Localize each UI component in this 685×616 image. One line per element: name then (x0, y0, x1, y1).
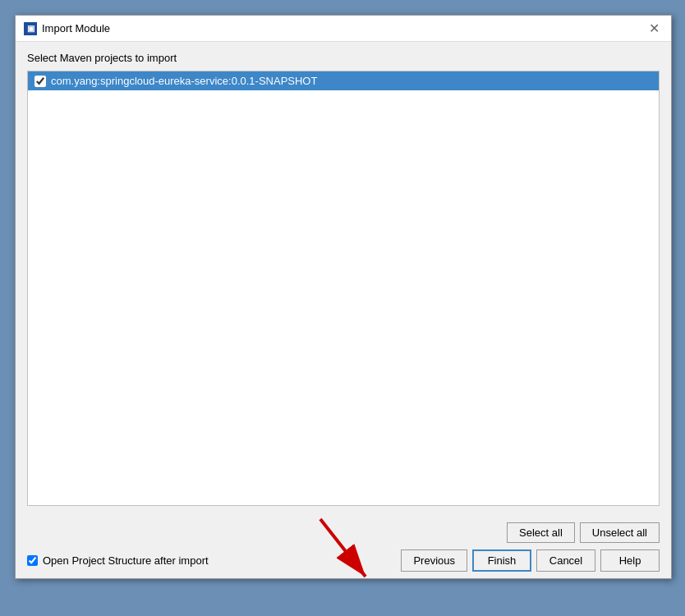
project-checkbox[interactable] (34, 76, 46, 87)
close-button[interactable]: ✕ (645, 20, 663, 38)
section-label: Select Maven projects to import (27, 52, 660, 64)
help-button[interactable]: Help (600, 549, 660, 572)
dialog-body: Select Maven projects to import com.yang… (16, 42, 671, 516)
dialog-wrapper: ▣ Import Module ✕ Select Maven projects … (0, 0, 685, 616)
project-item[interactable]: com.yang:springcloud-eureka-service:0.0.… (28, 71, 659, 90)
title-bar: ▣ Import Module ✕ (16, 16, 671, 42)
action-row: Open Project Structure after import Prev… (27, 549, 660, 572)
finish-button[interactable]: Finish (472, 549, 531, 572)
select-all-button[interactable]: Select all (507, 522, 575, 543)
cancel-button[interactable]: Cancel (536, 549, 595, 572)
dialog-title: Import Module (42, 22, 110, 34)
project-list: com.yang:springcloud-eureka-service:0.0.… (27, 71, 660, 506)
title-bar-left: ▣ Import Module (24, 22, 110, 35)
dialog-icon: ▣ (24, 22, 37, 35)
import-module-dialog: ▣ Import Module ✕ Select Maven projects … (15, 15, 672, 579)
project-item-label: com.yang:springcloud-eureka-service:0.0.… (51, 75, 317, 87)
open-project-option: Open Project Structure after import (27, 554, 209, 567)
action-buttons: Previous Finish Cancel Help (401, 549, 660, 572)
previous-button[interactable]: Previous (401, 549, 467, 572)
unselect-all-button[interactable]: Unselect all (580, 522, 660, 543)
open-project-checkbox[interactable] (27, 555, 38, 566)
select-row: Select all Unselect all (27, 522, 660, 543)
dialog-icon-text: ▣ (27, 24, 34, 33)
bottom-bar: Select all Unselect all Open Project Str… (16, 516, 671, 578)
open-project-label-text: Open Project Structure after import (43, 554, 209, 567)
